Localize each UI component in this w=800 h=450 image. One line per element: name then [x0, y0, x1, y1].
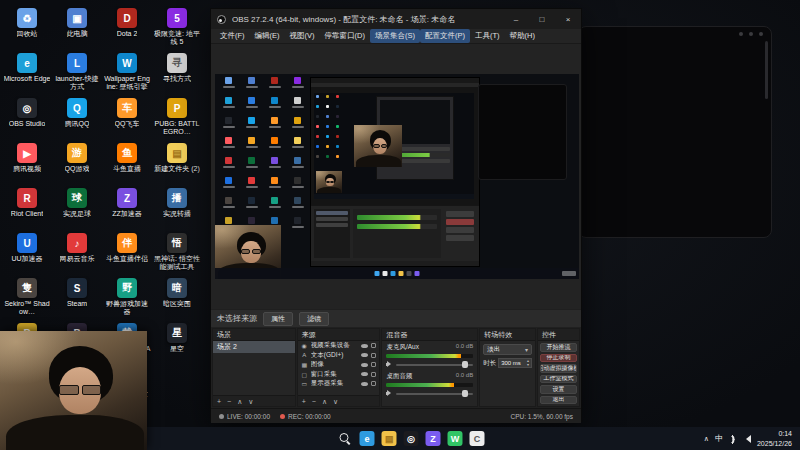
desktop-icon[interactable]: 伴斗鱼直播伴侣 [102, 231, 152, 276]
spinner-arrows[interactable]: ▴ ▾ [527, 359, 529, 368]
desktop-icon[interactable]: 播实况转播 [152, 186, 202, 231]
background-window[interactable] [578, 26, 772, 238]
source-toolbar-button[interactable]: 滤镜 [299, 312, 329, 326]
volume-slider-knob[interactable] [462, 390, 468, 397]
source-row[interactable]: ▢窗口采集 [298, 370, 380, 380]
control-button[interactable]: 开始推流 [540, 343, 577, 352]
network-icon[interactable] [728, 435, 738, 445]
taskbar-icon-edge[interactable]: e [360, 431, 375, 446]
control-button[interactable]: 设置 [540, 385, 577, 394]
transition-select[interactable]: 淡出 ▾ [483, 344, 532, 355]
desktop-icon[interactable]: 野野兽游戏加速器 [102, 276, 152, 321]
volume-slider-knob[interactable] [462, 361, 468, 368]
visibility-eye-icon[interactable] [361, 382, 368, 386]
taskbar-icon-search[interactable] [338, 431, 353, 446]
menu-item[interactable]: 帮助(H) [505, 29, 540, 43]
volume-icon[interactable] [742, 435, 751, 443]
desktop-icon[interactable]: 5极限竞速: 地平线 5 [152, 6, 202, 51]
obs-preview-area[interactable] [211, 44, 581, 309]
source-toolbar-button[interactable]: 属性 [263, 312, 293, 326]
desktop-icon[interactable]: ▣此电脑 [52, 6, 102, 51]
maximize-icon[interactable] [749, 32, 753, 36]
desktop-icon[interactable]: ▤新建文件夹 (2) [152, 141, 202, 186]
maximize-button[interactable]: □ [529, 9, 555, 29]
desktop-icon[interactable]: 寻寻找方式 [152, 51, 202, 96]
desktop-icon[interactable]: WWallpaper Engine: 壁纸引擎 [102, 51, 152, 96]
scenes-toolbar-button[interactable]: + [217, 398, 221, 405]
menu-item[interactable]: 编辑(E) [250, 29, 285, 43]
desktop-icon[interactable]: eMicrosoft Edge [2, 51, 52, 96]
scrollbar[interactable] [765, 41, 768, 99]
source-row[interactable]: ▭显示器采集 [298, 379, 380, 389]
sources-toolbar-button[interactable]: ∨ [333, 398, 338, 405]
close-button[interactable]: × [555, 9, 581, 29]
lock-icon[interactable] [371, 372, 376, 377]
lock-icon[interactable] [371, 362, 376, 367]
desktop-icon[interactable]: 星星空 [152, 321, 202, 366]
source-row[interactable]: ◉视频采集设备 [298, 341, 380, 351]
sources-toolbar-button[interactable]: + [302, 398, 306, 405]
taskbar-icon-obs[interactable]: ◎ [404, 431, 419, 446]
spin-down-icon[interactable]: ▾ [527, 363, 529, 367]
visibility-eye-icon[interactable] [361, 344, 368, 348]
taskbar-icon-z-app[interactable]: Z [426, 431, 441, 446]
source-row[interactable]: ▦图像 [298, 360, 380, 370]
control-button[interactable]: 启动虚拟摄像机 [540, 364, 577, 373]
volume-slider[interactable] [386, 360, 473, 369]
tray-chevron-icon[interactable]: ∧ [704, 435, 709, 443]
desktop-icon[interactable]: 鱼斗鱼直播 [102, 141, 152, 186]
taskbar-clock[interactable]: 0:14 2025/12/26 [757, 429, 792, 447]
minimize-button[interactable]: – [503, 9, 529, 29]
desktop-icon[interactable]: PPUBG: BATTLEGRO… [152, 96, 202, 141]
menu-item[interactable]: 视图(V) [285, 29, 320, 43]
volume-slider-track[interactable] [396, 364, 473, 366]
desktop-icon[interactable]: Llauncher-快捷方式 [52, 51, 102, 96]
volume-slider[interactable] [386, 389, 473, 398]
menu-item[interactable]: 工具(T) [470, 29, 505, 43]
sources-toolbar-button[interactable]: − [312, 398, 316, 405]
webcam-overlay-window[interactable] [0, 331, 147, 450]
control-button[interactable]: 工作室模式 [540, 375, 577, 384]
desktop-icon[interactable]: ◎OBS Studio [2, 96, 52, 141]
desktop-icon[interactable]: 悟黑神话: 悟空性能测试工具 [152, 231, 202, 276]
scenes-toolbar-button[interactable]: ∧ [237, 398, 242, 405]
desktop-icon[interactable]: SSteam [52, 276, 102, 321]
desktop-icon[interactable]: ZZZ加速器 [102, 186, 152, 231]
menu-item[interactable]: 配置文件(P) [420, 29, 470, 43]
scenes-toolbar-button[interactable]: − [227, 398, 231, 405]
desktop-icon[interactable]: DDota 2 [102, 6, 152, 51]
control-button[interactable]: 停止录制 [540, 354, 577, 363]
close-icon[interactable] [759, 32, 763, 36]
taskbar-icon-explorer[interactable]: ▤ [382, 431, 397, 446]
desktop-icon[interactable]: 车QQ飞车 [102, 96, 152, 141]
desktop-icon[interactable]: 隻Sekiro™ Shadow… [2, 276, 52, 321]
source-row[interactable]: A文本(GDI+) [298, 351, 380, 361]
scene-item[interactable]: 场景 2 [213, 341, 295, 353]
taskbar-icon-chrome[interactable]: C [470, 431, 485, 446]
taskbar-icon-start[interactable] [316, 431, 331, 446]
desktop-icon[interactable]: RRiot Client [2, 186, 52, 231]
desktop-icon[interactable]: ♪网易云音乐 [52, 231, 102, 276]
desktop-icon[interactable]: Q腾讯QQ [52, 96, 102, 141]
desktop-icon[interactable]: ▶腾讯视频 [2, 141, 52, 186]
taskbar-icon-wegame[interactable]: W [448, 431, 463, 446]
scenes-toolbar-button[interactable]: ∨ [248, 398, 253, 405]
ime-indicator[interactable]: 中 [715, 433, 723, 444]
control-button[interactable]: 退出 [540, 396, 577, 405]
desktop-icon[interactable]: ♻回收站 [2, 6, 52, 51]
menu-item[interactable]: 停靠窗口(D) [320, 29, 370, 43]
lock-icon[interactable] [371, 343, 376, 348]
desktop-icon[interactable]: 球实况足球 [52, 186, 102, 231]
minimize-icon[interactable] [739, 32, 743, 36]
menu-item[interactable]: 场景集合(S) [370, 29, 420, 43]
desktop-icon[interactable]: 游QQ游戏 [52, 141, 102, 186]
volume-slider-track[interactable] [396, 393, 473, 395]
obs-titlebar[interactable]: OBS 27.2.4 (64-bit, windows) - 配置文件: 未命名… [211, 9, 581, 29]
desktop-icon[interactable]: 暗暗区突围 [152, 276, 202, 321]
lock-icon[interactable] [371, 353, 376, 358]
lock-icon[interactable] [371, 381, 376, 386]
sources-toolbar-button[interactable]: ∧ [322, 398, 327, 405]
visibility-eye-icon[interactable] [361, 353, 368, 357]
menu-item[interactable]: 文件(F) [215, 29, 250, 43]
visibility-eye-icon[interactable] [361, 363, 368, 367]
